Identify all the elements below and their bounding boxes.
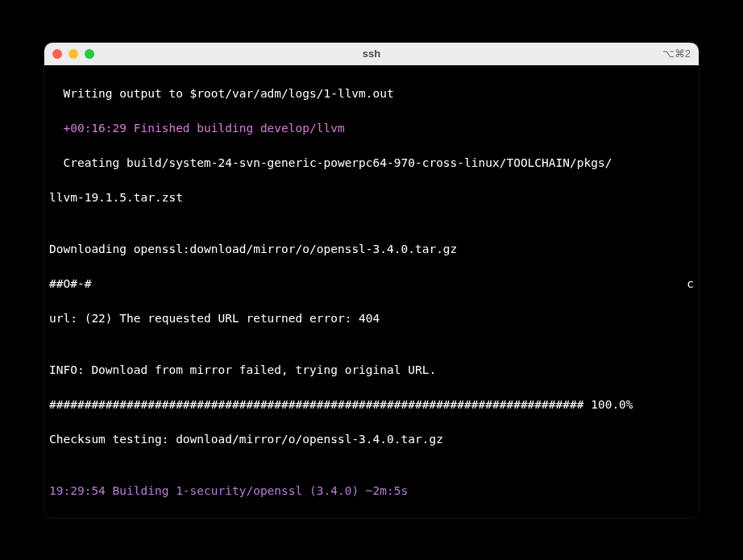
output-line-building: 19:29:54 Building 1-security/openssl (3.… <box>49 483 694 500</box>
output-line: ##O#-#c <box>49 276 694 292</box>
close-icon[interactable] <box>52 49 62 59</box>
titlebar[interactable]: ssh ⌥⌘2 <box>44 43 699 65</box>
output-line-finished: +00:16:29 Finished building develop/llvm <box>49 120 694 137</box>
output-line-error: url: (22) The requested URL returned err… <box>49 310 694 327</box>
output-line: llvm-19.1.5.tar.zst <box>49 189 694 206</box>
minimize-icon[interactable] <box>68 49 78 59</box>
maximize-icon[interactable] <box>85 49 94 59</box>
traffic-lights <box>52 49 94 59</box>
terminal-window: ssh ⌥⌘2 Writing output to $root/var/adm/… <box>44 43 699 518</box>
window-shortcut: ⌥⌘2 <box>662 48 691 60</box>
output-line-info: INFO: Download from mirror failed, tryin… <box>49 362 694 379</box>
output-line: Writing output to $root/var/adm/logs/1-l… <box>49 85 694 102</box>
output-line-progress: ########################################… <box>49 396 694 413</box>
terminal-body[interactable]: Writing output to $root/var/adm/logs/1-l… <box>44 65 699 518</box>
output-line: Checksum testing: download/mirror/o/open… <box>49 431 694 448</box>
output-line: Downloading openssl:download/mirror/o/op… <box>49 241 694 258</box>
window-title: ssh <box>44 48 699 60</box>
output-line: Creating build/system-24-svn-generic-pow… <box>49 155 694 172</box>
progress-char: c <box>687 276 694 292</box>
progress-partial: ##O#-# <box>49 277 91 290</box>
